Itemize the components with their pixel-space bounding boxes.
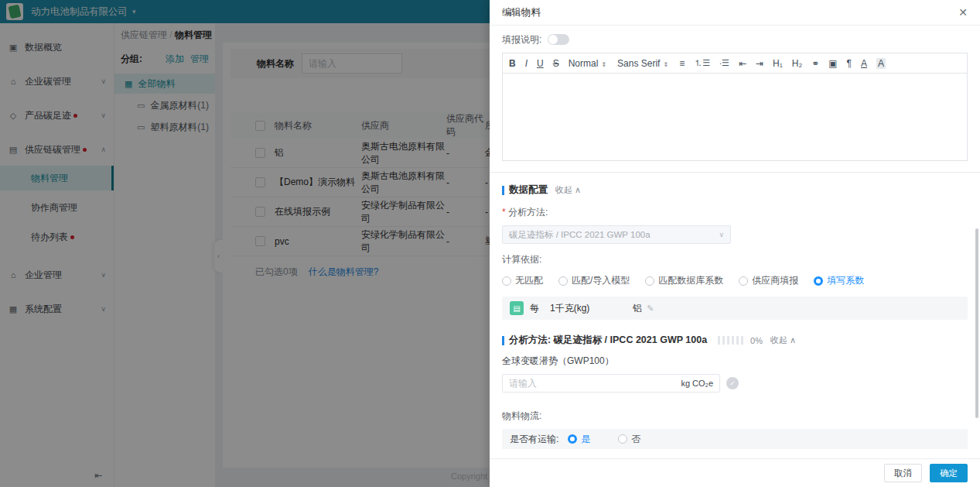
radio-icon [814,276,823,286]
unit-band: ▤ 每 1千克(kg) 铝 ✎ [502,297,968,320]
data-config-collapse-link[interactable]: 收起 ∧ [555,184,581,196]
radio-label: 供应商填报 [752,274,798,287]
close-icon[interactable]: ✕ [958,6,968,19]
radio-icon [618,434,627,444]
drawer-title: 编辑物料 [502,6,541,19]
select-value: Sans Serif [617,58,660,69]
analysis-method-label: 分析方法: [502,206,968,219]
radio-icon [568,434,577,444]
calc-basis-label: 计算依据: [502,253,968,266]
data-config-title: 数据配置 [509,183,548,197]
radio-transport-yes[interactable]: 是 [568,433,590,446]
section-divider [490,172,980,173]
drawer-header: 编辑物料 ✕ [490,0,980,26]
italic-button[interactable]: I [525,58,528,69]
text-color-button[interactable]: A [861,58,867,69]
link-icon[interactable]: ⚭ [811,58,819,69]
drawer-footer: 取消 确定 [490,458,980,487]
indent-icon[interactable]: ⇥ [756,58,763,69]
bold-button[interactable]: B [509,58,516,69]
transport-label: 是否有运输: [510,433,558,446]
bullet-list-icon[interactable]: ∙☰ [719,58,729,68]
rich-text-editor: B I U S Normal⇕ Sans Serif⇕ ≡ ⒈☰ ∙☰ ⇤ ⇥ … [502,53,968,161]
unit-value: 1千克(kg) [550,302,589,315]
radio-fill-factor[interactable]: 填写系数 [814,274,864,287]
logistics-label: 物料物流: [502,410,968,423]
radio-label: 匹配数据库系数 [658,274,723,287]
strikethrough-button[interactable]: S [553,58,559,69]
editor-toolbar: B I U S Normal⇕ Sans Serif⇕ ≡ ⒈☰ ∙☰ ⇤ ⇥ … [503,53,967,74]
chevron-down-icon: ∨ [719,231,724,238]
gwp-input-row: 请输入 kg CO₂e ✓ [502,374,968,393]
app-root: 动力电池制品有限公司 ▾ ▣ 数据概览 ⌂ 企业碳管理 ∨ ◇ 产品碳足迹 ∨ … [0,0,980,487]
radio-match-import-model[interactable]: 匹配/导入模型 [558,274,630,287]
edit-material-drawer: 编辑物料 ✕ 填报说明: B I U S Normal⇕ Sans Serif⇕… [490,0,980,487]
check-circle-icon: ✓ [726,377,739,389]
unit-prefix: 每 [530,302,539,315]
align-icon[interactable]: ≡ [679,58,685,69]
image-icon[interactable]: ▣ [828,58,837,69]
select-value: Normal [569,58,599,69]
radio-label: 填写系数 [827,274,864,287]
unit-material: 铝 [633,302,642,315]
gwp-unit-suffix: kg CO₂e [681,379,713,388]
radio-no-match[interactable]: 无匹配 [502,274,543,287]
confirm-button[interactable]: 确定 [930,464,968,482]
ordered-list-icon[interactable]: ⒈☰ [694,57,710,69]
section-accent-bar [502,336,504,345]
cancel-button[interactable]: 取消 [884,464,922,482]
fill-note-toggle[interactable] [548,34,569,45]
progress-bars [718,336,746,345]
radio-label: 是 [581,433,590,446]
gwp-input[interactable]: 请输入 kg CO₂e [502,374,720,393]
heading2-button[interactable]: H₂ [792,58,802,69]
text-direction-icon[interactable]: ¶ [847,58,852,69]
select-arrows-icon: ⇕ [601,61,606,68]
editor-content[interactable] [503,74,967,160]
fill-note-label: 填报说明: [502,33,541,46]
radio-match-database-factor[interactable]: 匹配数据库系数 [645,274,723,287]
fill-note-row: 填报说明: [502,31,968,48]
transport-question-band: 是否有运输: 是 否 [502,429,968,449]
input-placeholder: 请输入 [509,377,537,390]
font-family-select[interactable]: Sans Serif⇕ [617,58,668,69]
radio-icon [739,276,748,286]
paragraph-style-select[interactable]: Normal⇕ [569,58,606,69]
select-arrows-icon: ⇕ [663,61,668,68]
radio-transport-no[interactable]: 否 [618,433,640,446]
text-highlight-button[interactable]: A [876,58,886,69]
gwp-label: 全球变暖潜势（GWP100） [502,355,968,368]
outdent-icon[interactable]: ⇤ [739,58,746,69]
radio-label: 无匹配 [515,274,543,287]
underline-button[interactable]: U [537,58,544,69]
progress-percent: 0% [750,336,763,345]
method-title: 分析方法: 碳足迹指标 / IPCC 2021 GWP 100a [509,334,707,347]
select-value: 碳足迹指标 / IPCC 2021 GWP 100a [509,229,650,241]
drawer-body: 填报说明: B I U S Normal⇕ Sans Serif⇕ ≡ ⒈☰ ∙… [490,26,980,458]
analysis-method-select[interactable]: 碳足迹指标 / IPCC 2021 GWP 100a ∨ [502,225,731,244]
method-header: 分析方法: 碳足迹指标 / IPCC 2021 GWP 100a 0% 收起 ∧ [502,334,968,347]
heading1-button[interactable]: H₁ [773,58,783,69]
data-config-header: 数据配置 收起 ∧ [502,183,968,197]
calc-basis-radio-group: 无匹配 匹配/导入模型 匹配数据库系数 供应商填报 填写系数 [502,274,968,287]
document-icon: ▤ [510,301,524,315]
section-accent-bar [502,186,504,195]
logistics-grid-row1: 起点: 请输入 终点: 请输入 [502,449,968,458]
radio-icon [502,276,511,286]
radio-icon [645,276,654,286]
radio-label: 否 [631,433,640,446]
drawer-scrollbar[interactable] [975,228,978,418]
radio-icon [558,276,568,286]
radio-supplier-report[interactable]: 供应商填报 [739,274,798,287]
method-collapse-link[interactable]: 收起 ∧ [770,334,796,346]
radio-label: 匹配/导入模型 [572,274,630,287]
edit-pencil-icon[interactable]: ✎ [647,304,654,314]
